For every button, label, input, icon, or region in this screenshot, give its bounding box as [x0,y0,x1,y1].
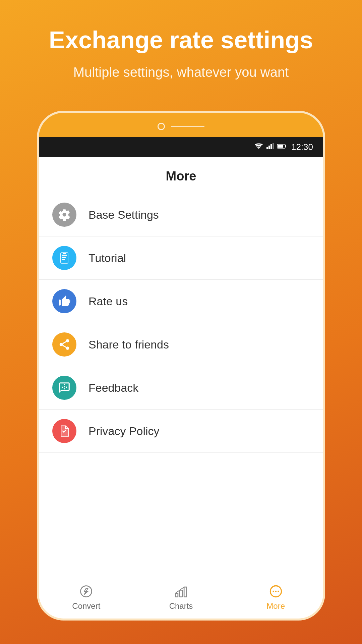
svg-line-16 [63,345,66,347]
wifi-icon [254,143,263,151]
svg-point-14 [60,343,63,346]
bottom-navigation: Convert Charts [39,575,323,619]
svg-point-13 [66,339,69,342]
svg-rect-6 [278,145,283,148]
svg-rect-4 [273,143,274,149]
privacy-label: Privacy Policy [88,425,160,438]
privacy-icon [52,419,76,443]
svg-point-15 [66,346,69,350]
svg-point-19 [66,387,67,388]
base-settings-icon [52,203,76,227]
tutorial-label: Tutorial [88,252,126,265]
nav-item-convert[interactable]: Convert [39,580,134,614]
app-screen: More Base Settings [39,157,323,619]
status-icons [254,143,287,151]
feedback-icon [52,376,76,400]
status-bar: 12:30 [39,137,323,157]
nav-item-more[interactable]: More [228,580,323,614]
svg-point-27 [275,590,276,592]
menu-item-rate-us[interactable]: Rate us [39,280,323,323]
menu-item-feedback[interactable]: Feedback [39,366,323,410]
menu-item-privacy[interactable]: Privacy Policy [39,410,323,453]
nav-item-charts[interactable]: Charts [134,580,229,614]
svg-line-17 [63,341,66,343]
svg-point-28 [278,590,279,592]
svg-rect-24 [184,587,186,597]
svg-rect-9 [62,255,67,256]
svg-rect-2 [268,146,270,149]
convert-nav-icon [78,583,94,599]
rate-us-label: Rate us [88,295,128,308]
rate-us-icon [52,289,76,313]
share-icon [52,332,76,357]
app-header: More [39,157,323,193]
svg-point-26 [273,590,274,592]
menu-list: Base Settings Tutorial [39,193,323,575]
svg-rect-12 [63,253,66,254]
more-nav-label: More [266,601,285,611]
svg-rect-11 [62,259,65,260]
page-header: Exchange rate settings Multiple settings… [0,0,362,101]
svg-rect-1 [266,147,268,149]
status-time: 12:30 [291,142,313,152]
svg-point-18 [62,387,63,388]
svg-rect-7 [285,145,286,147]
svg-rect-10 [62,257,66,258]
indicator-line [171,126,204,127]
page-subtitle: Multiple settings, whatever you want [20,63,342,81]
menu-item-tutorial[interactable]: Tutorial [39,236,323,280]
base-settings-label: Base Settings [88,208,159,221]
svg-marker-21 [84,588,88,594]
svg-rect-22 [176,593,178,597]
signal-icon [266,143,274,151]
tutorial-icon [52,246,76,270]
more-nav-icon [268,583,284,599]
charts-nav-label: Charts [169,601,193,611]
menu-item-share[interactable]: Share to friends [39,323,323,366]
battery-icon [277,143,287,151]
charts-nav-icon [173,583,189,599]
app-screen-title: More [39,169,323,183]
feedback-label: Feedback [88,381,138,394]
phone-top-indicator [39,113,323,137]
phone-mockup: 12:30 More Base Settings [37,111,325,621]
page-title: Exchange rate settings [20,27,342,53]
menu-item-base-settings[interactable]: Base Settings [39,193,323,236]
indicator-circle [158,123,165,130]
svg-rect-3 [270,144,272,149]
svg-rect-23 [180,590,182,597]
share-label: Share to friends [88,338,169,351]
convert-nav-label: Convert [72,601,100,611]
svg-point-0 [258,148,259,149]
